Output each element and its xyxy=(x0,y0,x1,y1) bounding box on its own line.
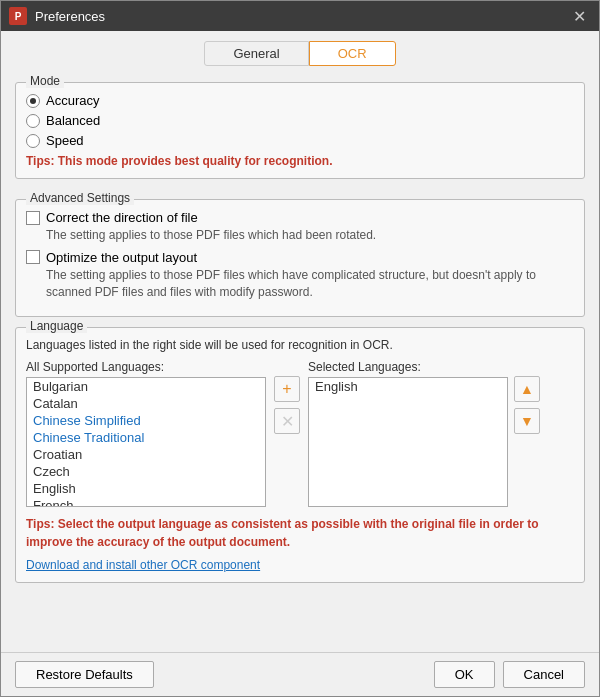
restore-defaults-button[interactable]: Restore Defaults xyxy=(15,661,154,688)
tab-general[interactable]: General xyxy=(204,41,308,66)
language-tips: Tips: Select the output language as cons… xyxy=(26,515,574,551)
radio-accuracy-label: Accuracy xyxy=(46,93,99,108)
radio-balanced-circle xyxy=(26,114,40,128)
window-title: Preferences xyxy=(35,9,567,24)
content-area: Mode Accuracy Balanced Speed xyxy=(1,74,599,652)
footer: Restore Defaults OK Cancel xyxy=(1,652,599,696)
list-item[interactable]: French xyxy=(27,497,265,507)
language-section: Language Languages listed in the right s… xyxy=(15,327,585,583)
download-ocr-link[interactable]: Download and install other OCR component xyxy=(26,558,260,572)
language-intro: Languages listed in the right side will … xyxy=(26,338,574,352)
preferences-window: P Preferences ✕ General OCR Mode Accurac… xyxy=(0,0,600,697)
optimize-layout-hint: The setting applies to those PDF files w… xyxy=(46,267,574,301)
optimize-layout-checkbox[interactable] xyxy=(26,250,40,264)
advanced-section-title: Advanced Settings xyxy=(26,191,134,205)
mode-tips: Tips: This mode provides best quality fo… xyxy=(26,154,574,168)
list-item[interactable]: Czech xyxy=(27,463,265,480)
list-item[interactable]: Chinese Simplified xyxy=(27,412,265,429)
cancel-button[interactable]: Cancel xyxy=(503,661,585,688)
remove-language-button[interactable]: ✕ xyxy=(274,408,300,434)
selected-languages-label: Selected Languages: xyxy=(308,360,508,374)
close-button[interactable]: ✕ xyxy=(567,4,591,28)
radio-balanced-label: Balanced xyxy=(46,113,100,128)
language-tips-text: Select the output language as consistent… xyxy=(26,517,539,549)
tab-bar: General OCR xyxy=(1,31,599,74)
list-item[interactable]: Croatian xyxy=(27,446,265,463)
language-section-title: Language xyxy=(26,319,87,333)
mode-section-title: Mode xyxy=(26,74,64,88)
radio-speed-label: Speed xyxy=(46,133,84,148)
list-item[interactable]: Chinese Traditional xyxy=(27,429,265,446)
correct-direction-checkbox[interactable] xyxy=(26,211,40,225)
advanced-section: Advanced Settings Correct the direction … xyxy=(15,199,585,317)
language-columns: All Supported Languages: Bulgarian Catal… xyxy=(26,360,574,507)
move-down-button[interactable]: ▼ xyxy=(514,408,540,434)
language-tips-prefix: Tips: xyxy=(26,517,54,531)
optimize-layout-label: Optimize the output layout xyxy=(46,250,197,265)
mode-tips-prefix: Tips: xyxy=(26,154,54,168)
app-icon: P xyxy=(9,7,27,25)
titlebar: P Preferences ✕ xyxy=(1,1,599,31)
correct-direction-label: Correct the direction of file xyxy=(46,210,198,225)
mode-radio-group: Accuracy Balanced Speed xyxy=(26,93,574,148)
lang-order-buttons: ▲ ▼ xyxy=(508,376,546,434)
ok-button[interactable]: OK xyxy=(434,661,495,688)
mode-tips-text: This mode provides best quality for reco… xyxy=(54,154,332,168)
all-languages-list[interactable]: Bulgarian Catalan Chinese Simplified Chi… xyxy=(26,377,266,507)
selected-languages-list[interactable]: English xyxy=(308,377,508,507)
correct-direction-row[interactable]: Correct the direction of file xyxy=(26,210,574,225)
radio-speed[interactable]: Speed xyxy=(26,133,574,148)
radio-balanced[interactable]: Balanced xyxy=(26,113,574,128)
list-item[interactable]: English xyxy=(27,480,265,497)
radio-speed-circle xyxy=(26,134,40,148)
list-item[interactable]: Bulgarian xyxy=(27,378,265,395)
footer-right-buttons: OK Cancel xyxy=(434,661,585,688)
lang-transfer-buttons: + ✕ xyxy=(266,376,308,434)
all-languages-column: All Supported Languages: Bulgarian Catal… xyxy=(26,360,266,507)
list-item[interactable]: Catalan xyxy=(27,395,265,412)
selected-languages-column: Selected Languages: English xyxy=(308,360,508,507)
correct-direction-hint: The setting applies to those PDF files w… xyxy=(46,227,574,244)
list-item[interactable]: English xyxy=(309,378,507,395)
mode-section: Mode Accuracy Balanced Speed xyxy=(15,82,585,179)
radio-accuracy-circle xyxy=(26,94,40,108)
all-languages-label: All Supported Languages: xyxy=(26,360,266,374)
tab-ocr[interactable]: OCR xyxy=(309,41,396,66)
add-language-button[interactable]: + xyxy=(274,376,300,402)
radio-accuracy[interactable]: Accuracy xyxy=(26,93,574,108)
optimize-layout-row[interactable]: Optimize the output layout xyxy=(26,250,574,265)
move-up-button[interactable]: ▲ xyxy=(514,376,540,402)
